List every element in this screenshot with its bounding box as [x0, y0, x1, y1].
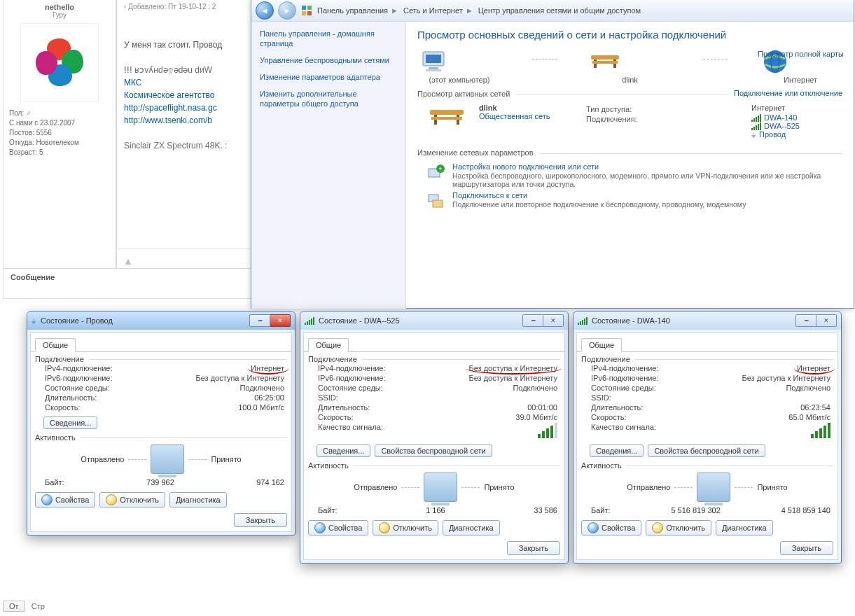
- wireless-props-button[interactable]: Свойства беспроводной сети: [375, 444, 492, 457]
- task-connect[interactable]: Подключиться к сети: [452, 191, 746, 200]
- network-icon: [426, 104, 468, 132]
- svg-rect-0: [302, 6, 306, 10]
- side-home[interactable]: Панель управления - домашняя страница: [260, 29, 397, 48]
- new-connection-icon: +: [426, 162, 445, 182]
- conn-dwa525[interactable]: DWA--525: [751, 122, 842, 130]
- sidebar: Панель управления - домашняя страница Уп…: [251, 22, 406, 309]
- full-map-link[interactable]: Просмотр полной карты: [758, 50, 844, 58]
- activity-icon: [151, 444, 184, 474]
- username: nethello: [4, 3, 116, 11]
- forward-button[interactable]: ►: [278, 1, 296, 20]
- close-button[interactable]: ✕: [543, 314, 564, 327]
- back-button[interactable]: ◄: [256, 1, 274, 20]
- dialog-title: Состояние - Провод: [41, 316, 113, 325]
- close-dialog-button[interactable]: Закрыть: [234, 513, 287, 527]
- task-new-connection[interactable]: Настройка нового подключения или сети: [452, 162, 842, 171]
- tab-general[interactable]: Общие: [581, 338, 622, 352]
- svg-rect-1: [307, 6, 312, 10]
- details-button[interactable]: Сведения...: [317, 444, 370, 457]
- avatar: [20, 23, 99, 102]
- ipv4-value: Без доступа к Интернету: [468, 364, 557, 372]
- signal-bars: [538, 423, 557, 438]
- details-button[interactable]: Сведения...: [590, 444, 644, 457]
- minimize-button[interactable]: ━: [795, 314, 816, 327]
- details-button[interactable]: Сведения...: [43, 416, 97, 429]
- tab-general[interactable]: Общие: [308, 338, 349, 352]
- signal-icon: [751, 122, 761, 130]
- network-center-window: ◄ ► Панель управления► Сеть и Интернет► …: [251, 0, 854, 309]
- plug-icon: ⏚: [32, 316, 36, 325]
- connect-disconnect-link[interactable]: Подключение или отключение: [728, 89, 842, 97]
- svg-rect-5: [426, 55, 441, 63]
- svg-rect-6: [429, 67, 438, 69]
- svg-rect-8: [591, 55, 619, 59]
- svg-text:+: +: [438, 165, 442, 172]
- side-wlan[interactable]: Управление беспроводными сетями: [260, 55, 397, 65]
- disable-button[interactable]: Отключить: [99, 492, 165, 507]
- status-dialog-dwa140: Состояние - DWA-140 ━ ✕ Общие Подключени…: [573, 311, 842, 564]
- svg-rect-2: [302, 11, 306, 15]
- status-dialog-wired: ⏚ Состояние - Провод ━ ✕ Общие Подключен…: [27, 311, 296, 536]
- disable-button[interactable]: Отключить: [646, 520, 711, 536]
- diagnose-button[interactable]: Диагностика: [169, 492, 227, 507]
- link-nasa[interactable]: http://spaceflight.nasa.gc: [124, 103, 217, 113]
- connect-network-icon: [426, 191, 445, 211]
- plug-icon: ⏚: [751, 130, 756, 139]
- svg-rect-17: [431, 117, 462, 120]
- link-mks[interactable]: МКС: [124, 78, 142, 88]
- minimize-button[interactable]: ━: [522, 314, 543, 327]
- address-bar[interactable]: ◄ ► Панель управления► Сеть и Интернет► …: [251, 0, 854, 22]
- ipv4-value: Интернет: [797, 364, 830, 372]
- svg-rect-3: [307, 11, 312, 15]
- user-rank: Гуру: [4, 11, 116, 19]
- close-button[interactable]: ✕: [270, 314, 291, 327]
- wireless-props-button[interactable]: Свойства беспроводной сети: [648, 444, 765, 457]
- side-sharing[interactable]: Изменить дополнительные параметры общего…: [260, 89, 397, 108]
- signal-icon: [751, 113, 761, 122]
- signal-icon: [578, 316, 588, 325]
- properties-button[interactable]: Свойства: [581, 520, 641, 536]
- user-details: Пол: ♂ С нами с 23.02.2007 Постов: 5556 …: [4, 106, 116, 160]
- diagnose-button[interactable]: Диагностика: [716, 520, 773, 536]
- main-panel: Просмотр основных сведений о сети и наст…: [406, 22, 854, 309]
- signal-icon: [305, 316, 314, 325]
- status-dialog-dwa525: Состояние - DWA--525 ━ ✕ Общие Подключен…: [300, 311, 569, 564]
- activity-icon: [424, 472, 457, 502]
- conn-dwa140[interactable]: DWA-140: [751, 113, 842, 122]
- up-icon[interactable]: ▲: [123, 255, 133, 267]
- user-card: nethello Гуру Пол: ♂ С нами с 23.02.2007…: [3, 0, 116, 270]
- properties-button[interactable]: Свойства: [308, 520, 368, 536]
- network-type-link[interactable]: Общественная сеть: [479, 112, 550, 120]
- ipv4-value: Интернет: [251, 364, 284, 372]
- page-title: Просмотр основных сведений о сети и наст…: [417, 29, 842, 41]
- male-icon: ♂: [26, 109, 32, 117]
- diagnose-button[interactable]: Диагностика: [443, 520, 500, 536]
- disable-button[interactable]: Отключить: [373, 520, 438, 536]
- conn-wired[interactable]: ⏚Провод: [751, 130, 842, 139]
- dialog-title: Состояние - DWA--525: [319, 316, 400, 325]
- link-agency[interactable]: Космическое агентство: [124, 90, 214, 100]
- close-button[interactable]: ✕: [816, 314, 837, 327]
- link-tsenki[interactable]: http://www.tsenki.com/b: [124, 115, 212, 125]
- minimize-button[interactable]: ━: [249, 314, 270, 327]
- this-pc-icon: [417, 48, 451, 76]
- bottom-button[interactable]: От: [3, 601, 25, 612]
- signal-bars: [811, 423, 830, 438]
- svg-rect-7: [426, 69, 441, 71]
- tab-general[interactable]: Общие: [35, 338, 76, 352]
- svg-rect-11: [592, 61, 618, 64]
- close-dialog-button[interactable]: Закрыть: [507, 541, 560, 555]
- close-dialog-button[interactable]: Закрыть: [780, 541, 833, 555]
- control-panel-icon: [300, 4, 313, 17]
- svg-rect-14: [430, 110, 464, 115]
- side-adapter[interactable]: Изменение параметров адаптера: [260, 72, 397, 82]
- svg-rect-22: [433, 200, 443, 207]
- dialog-title: Состояние - DWA-140: [592, 316, 670, 325]
- properties-button[interactable]: Свойства: [35, 492, 95, 507]
- activity-icon: [697, 472, 730, 502]
- router-icon: [588, 48, 622, 76]
